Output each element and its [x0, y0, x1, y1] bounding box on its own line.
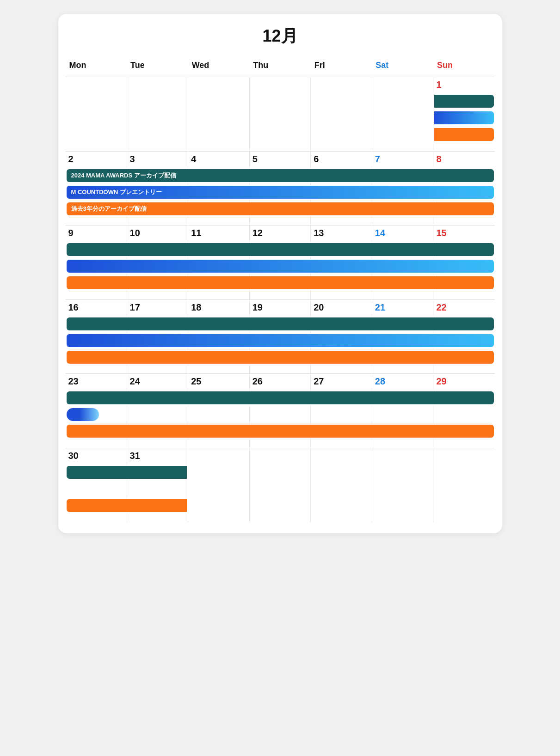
bar-row-week4-0	[66, 317, 495, 331]
day-cell-week1-5	[311, 77, 372, 94]
calendar-table: Mon Tue Wed Thu Fri Sat Sun 123456782024…	[66, 57, 495, 522]
day-cell-week4-2: 17	[127, 300, 188, 317]
bar-row-week6-0	[66, 465, 495, 480]
day-cell-week6-7	[433, 448, 495, 465]
day-number: 17	[130, 302, 188, 313]
day-cell-week5-2: 24	[127, 374, 188, 390]
day-number: 26	[252, 376, 311, 387]
day-number: 29	[436, 376, 494, 387]
day-cell-week5-1: 23	[66, 374, 127, 390]
day-cell-week2-1: 2	[66, 152, 127, 168]
day-number: 6	[314, 154, 372, 165]
day-cell-week6-3	[188, 448, 250, 465]
bar-row-week4-2	[66, 350, 495, 365]
day-cell-week3-4: 12	[249, 226, 311, 242]
day-cell-week6-5	[311, 448, 372, 465]
day-number: 2	[68, 154, 127, 165]
bar-row-week1-0	[66, 94, 495, 109]
header-wed: Wed	[188, 57, 250, 77]
day-cell-week1-7: 1	[433, 77, 495, 94]
day-number: 16	[68, 302, 127, 313]
day-cell-week3-5: 13	[311, 226, 372, 242]
bar-row-week2-2: 過去3年分のアーカイブ配信	[66, 201, 495, 216]
day-cell-week2-6: 7	[372, 152, 433, 168]
bar-row-week4-1	[66, 333, 495, 348]
header-sun: Sun	[433, 57, 495, 77]
bar-row-week2-0: 2024 MAMA AWARDS アーカイブ配信	[66, 168, 495, 183]
day-cell-week5-6: 28	[372, 374, 433, 390]
day-number: 23	[68, 376, 127, 387]
bar-row-week2-1: M COUNTDOWN プレエントリー	[66, 185, 495, 200]
day-cell-week5-7: 29	[433, 374, 495, 390]
header-tue: Tue	[127, 57, 188, 77]
day-number: 13	[314, 228, 372, 238]
day-number: 4	[191, 154, 249, 165]
day-cell-week1-2	[127, 77, 188, 94]
day-cell-week2-7: 8	[433, 152, 495, 168]
day-cell-week6-2: 31	[127, 448, 188, 465]
day-number: 5	[252, 154, 311, 165]
day-cell-week1-6	[372, 77, 433, 94]
day-number: 9	[68, 228, 127, 238]
day-number: 22	[436, 302, 494, 313]
day-number: 19	[252, 302, 311, 313]
header-sat: Sat	[372, 57, 433, 77]
day-cell-week4-4: 19	[249, 300, 311, 317]
bar-row-week5-0	[66, 390, 495, 405]
day-cell-week1-4	[249, 77, 311, 94]
day-cell-week4-6: 21	[372, 300, 433, 317]
calendar-title: 12月	[66, 25, 495, 48]
bar-row-week5-2	[66, 424, 495, 439]
day-number: 30	[68, 451, 127, 461]
day-number: 10	[130, 228, 188, 238]
day-cell-week6-6	[372, 448, 433, 465]
header-mon: Mon	[66, 57, 127, 77]
day-number: 14	[375, 228, 433, 238]
bar-row-week1-2	[66, 127, 495, 142]
day-number: 25	[191, 376, 249, 387]
day-cell-week2-3: 4	[188, 152, 250, 168]
day-cell-week6-1: 30	[66, 448, 127, 465]
day-number: 15	[436, 228, 494, 238]
day-number: 24	[130, 376, 188, 387]
header-row: Mon Tue Wed Thu Fri Sat Sun	[66, 57, 495, 77]
day-cell-week3-7: 15	[433, 226, 495, 242]
day-cell-week2-5: 6	[311, 152, 372, 168]
day-cell-week1-1	[66, 77, 127, 94]
day-cell-week4-1: 16	[66, 300, 127, 317]
header-fri: Fri	[311, 57, 372, 77]
day-cell-week4-5: 20	[311, 300, 372, 317]
bar-row-week3-0	[66, 242, 495, 257]
bar-row-week3-1	[66, 259, 495, 274]
day-cell-week4-3: 18	[188, 300, 250, 317]
day-cell-week5-4: 26	[249, 374, 311, 390]
day-number: 20	[314, 302, 372, 313]
day-number: 3	[130, 154, 188, 165]
day-cell-week2-4: 5	[249, 152, 311, 168]
day-number: 21	[375, 302, 433, 313]
day-number: 28	[375, 376, 433, 387]
day-number: 12	[252, 228, 311, 238]
day-number: 11	[191, 228, 249, 238]
bar-row-week6-1	[66, 482, 495, 496]
day-number: 1	[436, 79, 494, 90]
day-cell-week3-1: 9	[66, 226, 127, 242]
day-cell-week5-5: 27	[311, 374, 372, 390]
day-cell-week3-3: 11	[188, 226, 250, 242]
calendar-container: 12月 Mon Tue Wed Thu Fri Sat Sun 12345678…	[58, 14, 502, 533]
bar-row-week3-2	[66, 275, 495, 290]
day-cell-week3-6: 14	[372, 226, 433, 242]
header-thu: Thu	[249, 57, 311, 77]
day-number: 8	[436, 154, 494, 165]
day-cell-week2-2: 3	[127, 152, 188, 168]
day-cell-week1-3	[188, 77, 250, 94]
day-cell-week5-3: 25	[188, 374, 250, 390]
day-number: 18	[191, 302, 249, 313]
day-cell-week4-7: 22	[433, 300, 495, 317]
day-number: 27	[314, 376, 372, 387]
day-number: 31	[130, 451, 188, 461]
bar-row-week6-2	[66, 498, 495, 513]
bar-row-week5-1	[66, 407, 495, 422]
bar-row-week1-1	[66, 110, 495, 125]
day-cell-week6-4	[249, 448, 311, 465]
